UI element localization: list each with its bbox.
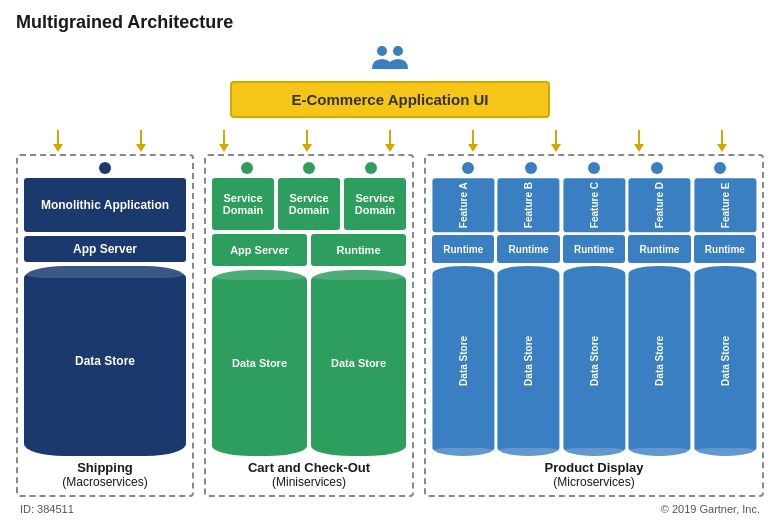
product-features: Feature A Feature B Feature C Feature D … (432, 178, 756, 232)
arrow-prod-3 (551, 130, 561, 152)
runtime-5: Runtime (694, 235, 756, 263)
cart-panel: Service Domain Service Domain Service Do… (204, 154, 414, 497)
arrow-prod-4 (634, 130, 644, 152)
cart-subtitle: (Miniservices) (212, 475, 406, 489)
shipping-title: Shipping (24, 460, 186, 475)
feature-c: Feature C (563, 178, 625, 232)
service-domain-3: Service Domain (344, 178, 406, 230)
cart-dot-1 (241, 162, 253, 174)
arrow-prod-2 (468, 130, 478, 152)
feature-e: Feature E (694, 178, 756, 232)
runtime-1: Runtime (432, 235, 494, 263)
product-ds-1: Data Store (432, 266, 494, 456)
arrow-cart-1 (136, 130, 146, 152)
product-ds-3: Data Store (563, 266, 625, 456)
feature-b: Feature B (497, 178, 559, 232)
runtime-2: Runtime (497, 235, 559, 263)
arrow-prod-1 (385, 130, 395, 152)
people-icon (368, 43, 412, 77)
shipping-dots (24, 162, 186, 174)
service-domain-2: Service Domain (278, 178, 340, 230)
product-title: Product Display (432, 460, 756, 475)
ecommerce-box: E-Commerce Application UI (230, 81, 551, 118)
shipping-app-server: App Server (24, 236, 186, 262)
cart-data-store-1: Data Store (212, 270, 307, 456)
cart-app-server: App Server (212, 234, 307, 266)
product-dot-2 (525, 162, 537, 174)
feature-a: Feature A (432, 178, 494, 232)
arrow-cart-3 (302, 130, 312, 152)
shipping-subtitle: (Macroservices) (24, 475, 186, 489)
product-dots (432, 162, 756, 174)
product-dot-1 (462, 162, 474, 174)
cart-data-store-2: Data Store (311, 270, 406, 456)
cart-dots (212, 162, 406, 174)
shipping-panel: Monolithic Application App Server Data S… (16, 154, 194, 497)
svg-point-0 (377, 46, 387, 56)
cart-data-stores: Data Store Data Store (212, 270, 406, 456)
feature-d: Feature D (628, 178, 690, 232)
shipping-data-store: Data Store (24, 266, 186, 456)
svg-point-1 (393, 46, 403, 56)
product-ds-2: Data Store (497, 266, 559, 456)
product-dot-4 (651, 162, 663, 174)
product-panel: Feature A Feature B Feature C Feature D … (424, 154, 764, 497)
cart-title: Cart and Check-Out (212, 460, 406, 475)
product-subtitle: (Microservices) (432, 475, 756, 489)
service-domain-1: Service Domain (212, 178, 274, 230)
monolithic-box: Monolithic Application (24, 178, 186, 232)
product-dot-3 (588, 162, 600, 174)
page-title: Multigrained Architecture (16, 12, 764, 33)
arrow-prod-5 (717, 130, 727, 152)
arrow-cart-2 (219, 130, 229, 152)
footer-id: ID: 384511 (20, 503, 74, 515)
footer-copyright: © 2019 Gartner, Inc. (661, 503, 760, 515)
cart-mid-row: App Server Runtime (212, 234, 406, 266)
cart-dot-3 (365, 162, 377, 174)
columns-area: Monolithic Application App Server Data S… (16, 154, 764, 497)
cart-runtime: Runtime (311, 234, 406, 266)
product-ds-5: Data Store (694, 266, 756, 456)
page: Multigrained Architecture E-Commerce App… (0, 0, 780, 523)
product-ds-4: Data Store (628, 266, 690, 456)
cart-dot-2 (303, 162, 315, 174)
product-runtimes: Runtime Runtime Runtime Runtime Runtime (432, 235, 756, 263)
arrow-row-top (16, 124, 764, 152)
cart-service-domains: Service Domain Service Domain Service Do… (212, 178, 406, 230)
runtime-4: Runtime (628, 235, 690, 263)
footer: ID: 384511 © 2019 Gartner, Inc. (16, 503, 764, 515)
ui-section: E-Commerce Application UI (16, 43, 764, 118)
arrow-shipping (53, 130, 63, 152)
product-dot-5 (714, 162, 726, 174)
shipping-dot (99, 162, 111, 174)
product-data-stores: Data Store Data Store Data Store Data St… (432, 266, 756, 456)
runtime-3: Runtime (563, 235, 625, 263)
